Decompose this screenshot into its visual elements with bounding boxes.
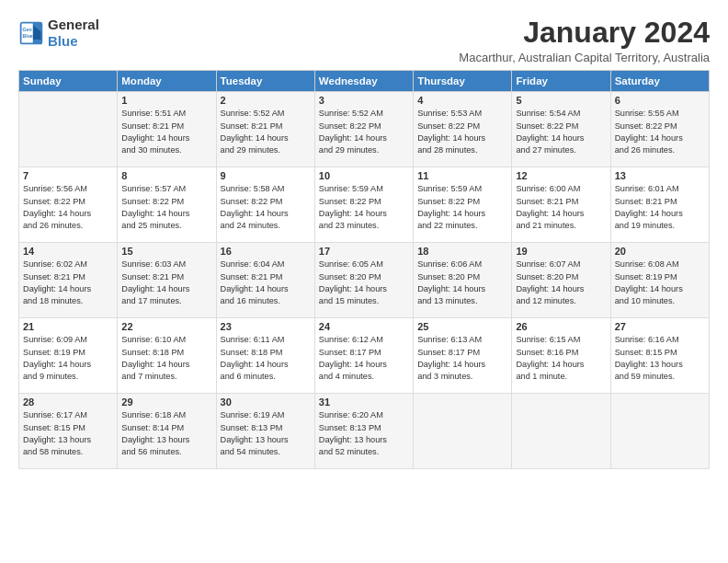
weekday-row: Sunday Monday Tuesday Wednesday Thursday… — [19, 71, 710, 92]
calendar-cell: 6Sunrise: 5:55 AMSunset: 8:22 PMDaylight… — [610, 92, 709, 167]
day-info: Sunrise: 6:15 AMSunset: 8:16 PMDaylight:… — [516, 334, 606, 383]
day-info: Sunrise: 6:16 AMSunset: 8:15 PMDaylight:… — [615, 334, 705, 383]
calendar-cell — [512, 394, 610, 469]
weekday-saturday: Saturday — [610, 71, 709, 92]
calendar-cell: 16Sunrise: 6:04 AMSunset: 8:21 PMDayligh… — [216, 243, 314, 318]
day-info: Sunrise: 6:08 AMSunset: 8:19 PMDaylight:… — [615, 259, 705, 307]
calendar-cell: 17Sunrise: 6:05 AMSunset: 8:20 PMDayligh… — [314, 243, 413, 318]
page: Gen Blue General Blue January 2024 Macar… — [0, 0, 728, 563]
calendar-cell: 12Sunrise: 6:00 AMSunset: 8:21 PMDayligh… — [512, 167, 610, 243]
weekday-monday: Monday — [118, 71, 216, 92]
calendar-week-4: 21Sunrise: 6:09 AMSunset: 8:19 PMDayligh… — [19, 318, 710, 394]
day-info: Sunrise: 6:19 AMSunset: 8:13 PMDaylight:… — [221, 409, 311, 458]
day-number: 1 — [121, 95, 211, 106]
calendar-cell: 27Sunrise: 6:16 AMSunset: 8:15 PMDayligh… — [610, 318, 709, 394]
day-number: 22 — [121, 321, 211, 332]
day-number: 20 — [615, 246, 705, 257]
logo-general: General — [48, 17, 99, 32]
calendar-cell: 22Sunrise: 6:10 AMSunset: 8:18 PMDayligh… — [118, 318, 216, 394]
day-info: Sunrise: 5:53 AMSunset: 8:22 PMDaylight:… — [417, 108, 507, 156]
day-number: 2 — [221, 95, 311, 106]
calendar-body: 1Sunrise: 5:51 AMSunset: 8:21 PMDaylight… — [19, 92, 710, 469]
calendar-cell: 31Sunrise: 6:20 AMSunset: 8:13 PMDayligh… — [314, 394, 413, 469]
calendar-week-2: 7Sunrise: 5:56 AMSunset: 8:22 PMDaylight… — [19, 167, 710, 243]
calendar-cell: 2Sunrise: 5:52 AMSunset: 8:21 PMDaylight… — [216, 92, 314, 167]
calendar-cell: 3Sunrise: 5:52 AMSunset: 8:22 PMDaylight… — [314, 92, 413, 167]
day-info: Sunrise: 6:04 AMSunset: 8:21 PMDaylight:… — [221, 259, 311, 307]
day-info: Sunrise: 5:57 AMSunset: 8:22 PMDaylight:… — [121, 183, 211, 232]
calendar-week-1: 1Sunrise: 5:51 AMSunset: 8:21 PMDaylight… — [19, 92, 710, 167]
calendar-week-5: 28Sunrise: 6:17 AMSunset: 8:15 PMDayligh… — [19, 394, 710, 469]
calendar-header: Sunday Monday Tuesday Wednesday Thursday… — [19, 71, 710, 92]
day-info: Sunrise: 5:52 AMSunset: 8:21 PMDaylight:… — [221, 108, 311, 156]
weekday-thursday: Thursday — [414, 71, 512, 92]
calendar-cell: 25Sunrise: 6:13 AMSunset: 8:17 PMDayligh… — [414, 318, 512, 394]
header-area: Gen Blue General Blue January 2024 Macar… — [18, 17, 710, 64]
day-info: Sunrise: 6:13 AMSunset: 8:17 PMDaylight:… — [417, 334, 507, 383]
calendar-cell: 20Sunrise: 6:08 AMSunset: 8:19 PMDayligh… — [610, 243, 709, 318]
day-info: Sunrise: 6:06 AMSunset: 8:20 PMDaylight:… — [417, 259, 507, 307]
calendar-cell: 30Sunrise: 6:19 AMSunset: 8:13 PMDayligh… — [216, 394, 314, 469]
day-number: 24 — [319, 321, 409, 332]
calendar-cell: 9Sunrise: 5:58 AMSunset: 8:22 PMDaylight… — [216, 167, 314, 243]
day-number: 10 — [319, 170, 409, 181]
day-number: 12 — [516, 170, 606, 181]
calendar-cell: 13Sunrise: 6:01 AMSunset: 8:21 PMDayligh… — [610, 167, 709, 243]
day-number: 31 — [319, 396, 409, 408]
calendar-cell: 10Sunrise: 5:59 AMSunset: 8:22 PMDayligh… — [314, 167, 413, 243]
day-info: Sunrise: 6:03 AMSunset: 8:21 PMDaylight:… — [121, 259, 211, 307]
calendar-cell: 21Sunrise: 6:09 AMSunset: 8:19 PMDayligh… — [19, 318, 118, 394]
day-info: Sunrise: 5:56 AMSunset: 8:22 PMDaylight:… — [23, 183, 113, 232]
day-number: 7 — [23, 170, 113, 181]
weekday-sunday: Sunday — [19, 71, 118, 92]
calendar-cell: 18Sunrise: 6:06 AMSunset: 8:20 PMDayligh… — [414, 243, 512, 318]
day-info: Sunrise: 6:10 AMSunset: 8:18 PMDaylight:… — [121, 334, 211, 383]
calendar-cell — [19, 92, 118, 167]
day-info: Sunrise: 6:09 AMSunset: 8:19 PMDaylight:… — [23, 334, 113, 383]
svg-text:Blue: Blue — [22, 33, 32, 39]
calendar-week-3: 14Sunrise: 6:02 AMSunset: 8:21 PMDayligh… — [19, 243, 710, 318]
day-info: Sunrise: 5:52 AMSunset: 8:22 PMDaylight:… — [319, 108, 409, 156]
month-title: January 2024 — [459, 17, 710, 49]
weekday-wednesday: Wednesday — [314, 71, 413, 92]
calendar-cell: 5Sunrise: 5:54 AMSunset: 8:22 PMDaylight… — [512, 92, 610, 167]
calendar-cell: 29Sunrise: 6:18 AMSunset: 8:14 PMDayligh… — [118, 394, 216, 469]
weekday-friday: Friday — [512, 71, 610, 92]
day-number: 19 — [516, 246, 606, 257]
day-number: 28 — [23, 396, 113, 408]
subtitle: Macarthur, Australian Capital Territory,… — [459, 51, 710, 64]
day-number: 4 — [417, 95, 507, 106]
day-info: Sunrise: 5:59 AMSunset: 8:22 PMDaylight:… — [417, 183, 507, 232]
calendar-cell: 24Sunrise: 6:12 AMSunset: 8:17 PMDayligh… — [314, 318, 413, 394]
calendar-cell: 8Sunrise: 5:57 AMSunset: 8:22 PMDaylight… — [118, 167, 216, 243]
day-number: 14 — [23, 246, 113, 257]
calendar-cell: 23Sunrise: 6:11 AMSunset: 8:18 PMDayligh… — [216, 318, 314, 394]
calendar-cell: 1Sunrise: 5:51 AMSunset: 8:21 PMDaylight… — [118, 92, 216, 167]
calendar-cell: 11Sunrise: 5:59 AMSunset: 8:22 PMDayligh… — [414, 167, 512, 243]
logo-icon: Gen Blue — [18, 20, 44, 46]
day-info: Sunrise: 5:55 AMSunset: 8:22 PMDaylight:… — [615, 108, 705, 156]
calendar-cell: 28Sunrise: 6:17 AMSunset: 8:15 PMDayligh… — [19, 394, 118, 469]
day-info: Sunrise: 6:01 AMSunset: 8:21 PMDaylight:… — [615, 183, 705, 232]
day-info: Sunrise: 6:20 AMSunset: 8:13 PMDaylight:… — [319, 409, 409, 458]
day-info: Sunrise: 6:12 AMSunset: 8:17 PMDaylight:… — [319, 334, 409, 383]
day-info: Sunrise: 6:07 AMSunset: 8:20 PMDaylight:… — [516, 259, 606, 307]
calendar-cell: 7Sunrise: 5:56 AMSunset: 8:22 PMDaylight… — [19, 167, 118, 243]
day-number: 23 — [221, 321, 311, 332]
day-info: Sunrise: 5:51 AMSunset: 8:21 PMDaylight:… — [121, 108, 211, 156]
calendar-cell — [610, 394, 709, 469]
day-number: 6 — [615, 95, 705, 106]
day-number: 18 — [417, 246, 507, 257]
day-number: 5 — [516, 95, 606, 106]
day-info: Sunrise: 5:54 AMSunset: 8:22 PMDaylight:… — [516, 108, 606, 156]
day-number: 30 — [221, 396, 311, 408]
svg-text:Gen: Gen — [22, 27, 31, 32]
calendar-cell: 4Sunrise: 5:53 AMSunset: 8:22 PMDaylight… — [414, 92, 512, 167]
day-number: 3 — [319, 95, 409, 106]
day-number: 13 — [615, 170, 705, 181]
day-number: 9 — [221, 170, 311, 181]
day-number: 16 — [221, 246, 311, 257]
calendar-cell: 26Sunrise: 6:15 AMSunset: 8:16 PMDayligh… — [512, 318, 610, 394]
calendar-cell: 15Sunrise: 6:03 AMSunset: 8:21 PMDayligh… — [118, 243, 216, 318]
day-number: 26 — [516, 321, 606, 332]
